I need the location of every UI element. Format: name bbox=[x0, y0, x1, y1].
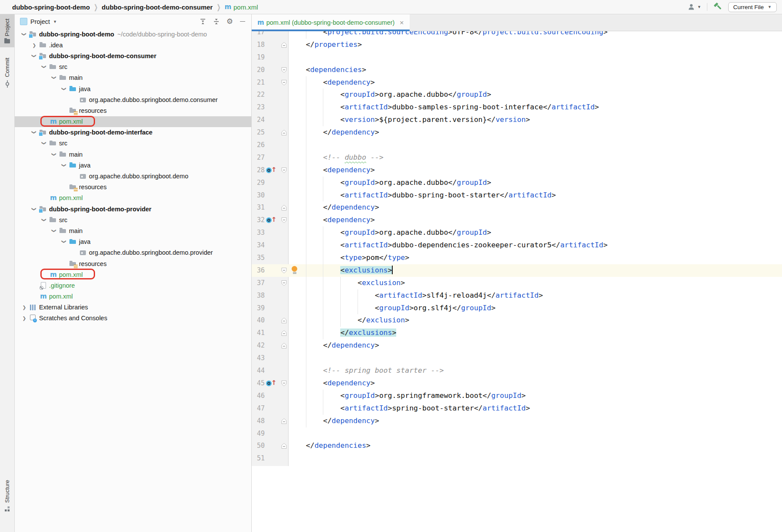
tree-item[interactable]: ❯src bbox=[15, 138, 251, 149]
code-line[interactable]: 18 </properties> bbox=[252, 39, 782, 51]
run-configuration-select[interactable]: Current File ▼ bbox=[728, 2, 777, 12]
chevron-down-icon[interactable]: ❯ bbox=[62, 161, 67, 170]
code-line[interactable]: 27 <!-- dubbo --> bbox=[252, 151, 782, 164]
fold-marker[interactable] bbox=[279, 377, 288, 390]
tree-item[interactable]: resources bbox=[15, 105, 251, 116]
breadcrumb-item-file[interactable]: m pom.xml bbox=[224, 3, 258, 11]
code-line[interactable]: 40 </exclusion> bbox=[252, 314, 782, 327]
chevron-right-icon[interactable]: ❯ bbox=[30, 43, 39, 48]
code-line[interactable]: 31 </dependency> bbox=[252, 201, 782, 214]
fold-marker[interactable] bbox=[279, 314, 288, 327]
code-line[interactable]: 30 <artifactId>dubbo-spring-boot-starter… bbox=[252, 189, 782, 202]
hide-panel-icon[interactable] bbox=[240, 21, 245, 22]
code-line[interactable]: 26 bbox=[252, 139, 782, 151]
code-line[interactable]: 37 <exclusion> bbox=[252, 277, 782, 289]
chevron-down-icon[interactable]: ❯ bbox=[62, 237, 67, 246]
fold-marker[interactable] bbox=[279, 264, 288, 277]
settings-gear-icon[interactable]: ⚙ bbox=[227, 18, 233, 25]
maven-dependency-gutter-icon[interactable]: ↑ bbox=[266, 380, 278, 387]
code-line[interactable]: 34 <artifactId>dubbo-dependencies-zookee… bbox=[252, 239, 782, 252]
code-line[interactable]: 41 </exclusions> bbox=[252, 327, 782, 339]
tree-item[interactable]: ❯External Libraries bbox=[15, 302, 251, 313]
fold-marker[interactable] bbox=[279, 440, 288, 452]
tree-item[interactable]: org.apache.dubbo.springboot.demo.provide… bbox=[15, 247, 251, 258]
tree-item[interactable]: mpom.xml bbox=[15, 291, 251, 302]
breadcrumb-item-project[interactable]: dubbo-spring-boot-demo bbox=[12, 3, 90, 11]
code-line[interactable]: 22 <groupId>org.apache.dubbo</groupId> bbox=[252, 89, 782, 101]
code-line[interactable]: 36 <exclusions> bbox=[252, 264, 782, 277]
fold-marker[interactable] bbox=[279, 214, 288, 227]
tab-close-icon[interactable]: ✕ bbox=[399, 20, 404, 26]
code-line[interactable]: 50 </dependencies> bbox=[252, 440, 782, 452]
tree-item[interactable]: ❯.idea bbox=[15, 39, 251, 50]
code-line[interactable]: 33 <groupId>org.apache.dubbo</groupId> bbox=[252, 227, 782, 239]
fold-marker[interactable] bbox=[279, 327, 288, 339]
tree-item[interactable]: mpom.xml bbox=[15, 193, 251, 204]
tree-item[interactable]: resources bbox=[15, 182, 251, 193]
stripe-tab-commit[interactable]: Commit bbox=[0, 53, 14, 92]
chevron-down-icon[interactable]: ❯ bbox=[32, 51, 37, 61]
collapse-all-icon[interactable] bbox=[213, 18, 220, 25]
tree-item[interactable]: .gitignore bbox=[15, 280, 251, 291]
tree-item[interactable]: ❯java bbox=[15, 160, 251, 171]
code-line[interactable]: 44 <!-- spring boot starter --> bbox=[252, 365, 782, 377]
code-line[interactable]: 23 <artifactId>dubbo-samples-spring-boot… bbox=[252, 101, 782, 114]
maven-dependency-gutter-icon[interactable]: ↑ bbox=[266, 217, 278, 224]
project-view-title[interactable]: Project bbox=[30, 18, 50, 25]
code-line[interactable]: 29 <groupId>org.apache.dubbo</groupId> bbox=[252, 177, 782, 189]
code-line[interactable]: 35 <type>pom</type> bbox=[252, 252, 782, 264]
code-line[interactable]: 42 </dependency> bbox=[252, 339, 782, 352]
expand-all-icon[interactable] bbox=[200, 18, 206, 25]
tree-item[interactable]: ❯java bbox=[15, 83, 251, 94]
tree-item[interactable]: ❯dubbo-spring-boot-demo-consumer bbox=[15, 50, 251, 61]
chevron-down-icon[interactable]: ❯ bbox=[42, 138, 47, 148]
tree-item[interactable]: ❯java bbox=[15, 236, 251, 247]
chevron-down-icon[interactable]: ❯ bbox=[52, 73, 57, 82]
code-editor[interactable]: 17 <project.build.sourceEncoding>UTF-8</… bbox=[252, 31, 782, 532]
code-line[interactable]: 49 bbox=[252, 427, 782, 440]
code-line[interactable]: 45↑ <dependency> bbox=[252, 377, 782, 390]
code-line[interactable]: 25 </dependency> bbox=[252, 126, 782, 139]
breadcrumb-item-module[interactable]: dubbo-spring-boot-demo-consumer bbox=[102, 3, 213, 11]
chevron-down-icon[interactable]: ❯ bbox=[52, 150, 57, 159]
stripe-tab-project[interactable]: Project bbox=[0, 14, 14, 47]
fold-marker[interactable] bbox=[279, 277, 288, 289]
code-line[interactable]: 47 <artifactId>spring-boot-starter</arti… bbox=[252, 402, 782, 415]
code-line[interactable]: 51 bbox=[252, 452, 782, 465]
chevron-down-icon[interactable]: ❯ bbox=[32, 204, 37, 214]
code-line[interactable]: 38 <artifactId>slf4j-reload4j</artifactI… bbox=[252, 289, 782, 302]
maven-dependency-gutter-icon[interactable]: ↑ bbox=[266, 167, 278, 174]
chevron-down-icon[interactable]: ❯ bbox=[42, 62, 47, 72]
user-menu[interactable]: ▼ bbox=[688, 3, 701, 10]
tree-item[interactable]: mpom.xml bbox=[15, 116, 251, 127]
stripe-tab-structure[interactable]: Structure bbox=[0, 476, 14, 516]
tree-item[interactable]: ❯main bbox=[15, 149, 251, 160]
code-line[interactable]: 43 bbox=[252, 352, 782, 365]
tree-item[interactable]: ❯dubbo-spring-boot-demo-provider bbox=[15, 204, 251, 214]
code-line[interactable]: 21 <dependency> bbox=[252, 76, 782, 89]
tree-item[interactable]: ❯Scratches and Consoles bbox=[15, 313, 251, 324]
code-line[interactable]: 19 bbox=[252, 51, 782, 64]
code-line[interactable]: 17 <project.build.sourceEncoding>UTF-8</… bbox=[252, 31, 782, 39]
fold-marker[interactable] bbox=[279, 201, 288, 214]
tree-item[interactable]: ❯src bbox=[15, 214, 251, 225]
fold-marker[interactable] bbox=[279, 126, 288, 139]
tree-item[interactable]: resources bbox=[15, 258, 251, 269]
chevron-right-icon[interactable]: ❯ bbox=[20, 305, 29, 310]
fold-marker[interactable] bbox=[279, 415, 288, 427]
tree-item[interactable]: org.apache.dubbo.springboot.demo bbox=[15, 171, 251, 181]
chevron-down-icon[interactable]: ❯ bbox=[32, 128, 37, 137]
fold-marker[interactable] bbox=[279, 39, 288, 51]
code-line[interactable]: 48 </dependency> bbox=[252, 415, 782, 427]
tree-item[interactable]: ❯src bbox=[15, 62, 251, 72]
tree-item[interactable]: org.apache.dubbo.springboot.demo.consume… bbox=[15, 94, 251, 105]
fold-marker[interactable] bbox=[279, 76, 288, 89]
code-line[interactable]: 20 <dependencies> bbox=[252, 64, 782, 76]
chevron-down-icon[interactable]: ❯ bbox=[22, 30, 27, 39]
tree-item[interactable]: ❯main bbox=[15, 225, 251, 236]
tree-item[interactable]: ❯dubbo-spring-boot-demo-interface bbox=[15, 127, 251, 138]
chevron-down-icon[interactable]: ❯ bbox=[52, 226, 57, 236]
fold-marker[interactable] bbox=[279, 64, 288, 76]
code-line[interactable]: 32↑ <dependency> bbox=[252, 214, 782, 227]
chevron-right-icon[interactable]: ❯ bbox=[20, 315, 29, 321]
